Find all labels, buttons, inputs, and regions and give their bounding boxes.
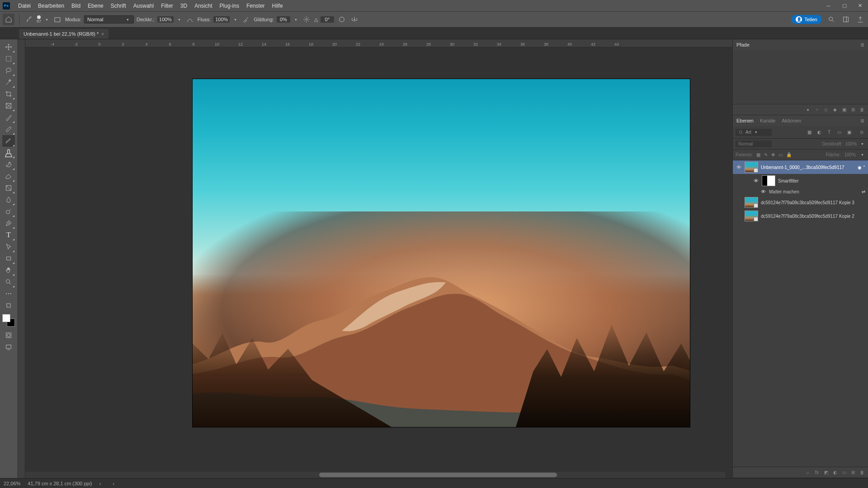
document-tab[interactable]: Unbenannt-1 bei 22,1% (RGB/8) * × — [19, 29, 108, 39]
frame-tool[interactable] — [2, 100, 15, 112]
group-icon[interactable]: ▭ — [841, 469, 847, 476]
minimize-button[interactable]: ─ — [821, 0, 836, 11]
menu-auswahl[interactable]: Auswahl — [130, 3, 157, 9]
pen-tool[interactable] — [2, 217, 15, 229]
new-layer-icon[interactable]: ⊞ — [850, 469, 856, 476]
horizontal-scrollbar[interactable] — [25, 472, 725, 478]
path-to-selection-icon[interactable]: ◇ — [823, 107, 829, 113]
type-tool[interactable]: T — [2, 229, 15, 241]
menu-bild[interactable]: Bild — [68, 3, 84, 9]
stamp-tool[interactable] — [2, 147, 15, 159]
menu-fenster[interactable]: Fenster — [243, 3, 269, 9]
layer-row[interactable]: dc59124e7f79a08c3bca509fec5d9117 Kopie 3 — [733, 196, 868, 209]
maximize-button[interactable]: ▢ — [836, 0, 852, 11]
menu-ansicht[interactable]: Ansicht — [191, 3, 216, 9]
visibility-toggle[interactable]: 👁 — [760, 189, 766, 194]
tool-preset-dropdown[interactable] — [24, 14, 34, 24]
quickmask-button[interactable] — [2, 329, 15, 341]
path-select-tool[interactable] — [2, 241, 15, 253]
menu-schrift[interactable]: Schrift — [107, 3, 130, 9]
filter-adjustment-icon[interactable]: ◐ — [816, 129, 823, 136]
panel-menu-icon[interactable]: ≣ — [860, 118, 864, 124]
pressure-opacity-button[interactable] — [185, 14, 195, 24]
marquee-tool[interactable] — [2, 53, 15, 65]
lock-artboard-icon[interactable]: ▭ — [778, 152, 783, 157]
home-button[interactable] — [3, 14, 14, 25]
visibility-toggle[interactable]: 👁 — [753, 178, 759, 183]
smartfilter-row[interactable]: 👁 Smartfilter — [733, 174, 868, 188]
menu-filter[interactable]: Filter — [157, 3, 177, 9]
mask-icon[interactable]: ◩ — [823, 469, 829, 476]
filter-options-icon[interactable]: ⇄ — [862, 189, 865, 194]
scrollbar-thumb[interactable] — [319, 473, 557, 477]
menu-hilfe[interactable]: Hilfe — [269, 3, 287, 9]
color-swatches[interactable] — [2, 314, 15, 327]
stroke-path-icon[interactable]: ○ — [814, 107, 820, 113]
layer-blend-select[interactable]: Normal — [736, 141, 772, 147]
chevron-down-icon[interactable]: ▼ — [859, 142, 865, 145]
screenmode-button[interactable] — [2, 341, 15, 353]
layer-search[interactable]: Art ▼ — [736, 129, 772, 136]
selection-to-path-icon[interactable]: ◆ — [832, 107, 838, 113]
filter-type-icon[interactable]: T — [826, 129, 833, 136]
status-caret-left-icon[interactable]: ‹ — [113, 481, 114, 486]
filter-toggle-icon[interactable]: ⊙ — [858, 129, 865, 136]
chevron-down-icon[interactable]: ▼ — [232, 18, 238, 21]
flow-value[interactable]: 100% — [213, 16, 230, 23]
symmetry-button[interactable] — [349, 14, 359, 24]
zoom-tool[interactable] — [2, 276, 15, 288]
chevron-down-icon[interactable]: ▼ — [176, 18, 182, 21]
tab-actions[interactable]: Aktionen — [782, 118, 801, 123]
panel-menu-icon[interactable]: ≣ — [860, 42, 864, 48]
new-path-icon[interactable]: ⊞ — [850, 107, 856, 113]
menu-3d[interactable]: 3D — [177, 3, 191, 9]
lasso-tool[interactable] — [2, 65, 15, 76]
blend-mode-select[interactable]: Normal ▼ — [84, 15, 134, 23]
smart-filter-toggle-icon[interactable]: ◉ ˄ — [858, 165, 865, 170]
close-tab-icon[interactable]: × — [101, 32, 104, 37]
blur-tool[interactable] — [2, 194, 15, 206]
edit-toolbar-button[interactable] — [2, 300, 15, 311]
add-mask-icon[interactable]: ▣ — [841, 107, 847, 113]
layer-thumbnail[interactable] — [745, 162, 758, 173]
layer-thumbnail[interactable] — [745, 211, 758, 221]
chevron-down-icon[interactable]: ▼ — [293, 18, 299, 21]
workspace-button[interactable] — [841, 14, 851, 24]
delete-path-icon[interactable]: 🗑 — [859, 107, 865, 113]
layer-row[interactable]: 👁 Unbenannt-1_0000_...3bca509fec5d9117 ◉… — [733, 160, 868, 174]
menu-datei[interactable]: Datei — [14, 3, 34, 9]
link-layers-icon[interactable]: ⌕ — [805, 469, 811, 476]
hand-tool[interactable] — [2, 264, 15, 276]
opacity-value[interactable]: 100% — [157, 16, 174, 23]
visibility-toggle[interactable]: 👁 — [736, 164, 742, 170]
smoothing-options-button[interactable] — [302, 14, 311, 24]
angle-value[interactable]: 0° — [321, 16, 334, 23]
layer-thumbnail[interactable] — [745, 197, 758, 208]
history-brush-tool[interactable] — [2, 159, 15, 170]
filter-smart-icon[interactable]: ▣ — [845, 129, 853, 136]
layer-opacity-value[interactable]: 100% — [845, 141, 857, 146]
chevron-down-icon[interactable]: ▼ — [859, 153, 865, 156]
export-button[interactable] — [855, 14, 865, 24]
layer-row[interactable]: dc59124e7f79a08c3bca509fec5d9117 Kopie 2 — [733, 209, 868, 223]
menu-ebene[interactable]: Ebene — [84, 3, 107, 9]
eyedropper-tool[interactable] — [2, 112, 15, 123]
lock-pixels-icon[interactable]: ✎ — [764, 152, 768, 157]
lock-all-icon[interactable]: 🔒 — [786, 152, 792, 157]
tab-paths[interactable]: Pfade — [736, 42, 750, 47]
airbrush-button[interactable] — [241, 14, 251, 24]
search-button[interactable] — [826, 14, 836, 24]
crop-tool[interactable] — [2, 88, 15, 100]
wand-tool[interactable] — [2, 76, 15, 88]
fill-path-icon[interactable]: ● — [805, 107, 811, 113]
lock-transparent-icon[interactable]: ▦ — [756, 152, 760, 157]
pressure-size-button[interactable] — [337, 14, 347, 24]
brush-size-preview[interactable]: 87 — [37, 15, 41, 23]
status-caret-right-icon[interactable]: › — [99, 481, 101, 486]
zoom-level[interactable]: 22,06% — [4, 481, 20, 486]
adjustment-icon[interactable]: ◐ — [832, 469, 838, 476]
tab-layers[interactable]: Ebenen — [736, 118, 754, 123]
more-tools[interactable]: ⋯ — [2, 288, 15, 300]
move-tool[interactable] — [2, 41, 15, 53]
menu-bearbeiten[interactable]: Bearbeiten — [34, 3, 68, 9]
